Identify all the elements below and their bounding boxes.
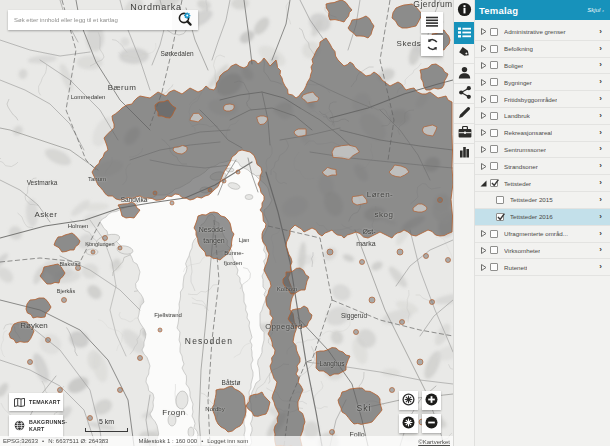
checkbox-unchecked[interactable] bbox=[490, 95, 498, 103]
chevron-right-icon[interactable]: › bbox=[599, 196, 602, 204]
expand-triangle-icon[interactable] bbox=[480, 230, 487, 237]
layer-row-tettsteder-2015[interactable]: Tettsteder 2015› bbox=[475, 192, 610, 209]
layer-label: Ufragmenterte områd... bbox=[504, 230, 568, 237]
layer-row-tettsteder[interactable]: Tettsteder› bbox=[475, 175, 610, 192]
temakart-button[interactable]: TEMAKART bbox=[9, 393, 63, 411]
checkbox-unchecked[interactable] bbox=[490, 61, 498, 69]
chevron-right-icon[interactable]: › bbox=[599, 28, 602, 36]
layer-label: Tettsteder bbox=[504, 180, 531, 187]
panel-hide-button[interactable]: Skjul › bbox=[587, 7, 604, 13]
layer-row-tettsteder-2016[interactable]: Tettsteder 2016› bbox=[475, 209, 610, 226]
layer-row-virksomheter[interactable]: Virksomheter› bbox=[475, 243, 610, 260]
menu-icon bbox=[426, 15, 438, 30]
zoom-in-button[interactable] bbox=[422, 391, 441, 410]
briefcase-icon bbox=[458, 126, 472, 141]
layer-row-ufragmenterte-omr-d[interactable]: Ufragmenterte områd...› bbox=[475, 226, 610, 243]
expand-triangle-icon[interactable] bbox=[480, 79, 487, 86]
checkbox-unchecked[interactable] bbox=[490, 78, 498, 86]
chevron-right-icon[interactable]: › bbox=[599, 45, 602, 53]
plus-circle-icon bbox=[425, 393, 438, 409]
checkbox-unchecked[interactable] bbox=[490, 112, 498, 120]
expand-triangle-icon[interactable] bbox=[480, 163, 487, 170]
checkbox-unchecked[interactable] bbox=[496, 196, 504, 204]
layer-label: Rekreasjonsareal bbox=[504, 129, 552, 136]
toolbar-share-button[interactable] bbox=[454, 84, 475, 104]
map-refresh-button[interactable] bbox=[421, 35, 443, 56]
chevron-right-icon[interactable]: › bbox=[599, 246, 602, 254]
chart-icon bbox=[459, 146, 470, 161]
expand-triangle-icon[interactable] bbox=[480, 129, 487, 136]
app-window: NordmarkaGjerdrumSkedsmoSørkedalenBærumL… bbox=[0, 0, 610, 446]
checkbox-checked[interactable] bbox=[496, 213, 504, 221]
checkbox-unchecked[interactable] bbox=[490, 230, 498, 238]
toolbar-pencil-button[interactable] bbox=[454, 104, 475, 124]
expand-triangle-icon[interactable] bbox=[480, 264, 487, 271]
statusbar-separator: • bbox=[42, 438, 44, 444]
toolbar-info-button[interactable] bbox=[454, 0, 475, 22]
chevron-right-icon[interactable]: › bbox=[599, 112, 602, 120]
locate-button[interactable] bbox=[399, 414, 418, 433]
checkbox-checked[interactable] bbox=[490, 179, 498, 187]
checkbox-unchecked[interactable] bbox=[490, 162, 498, 170]
chevron-right-icon[interactable]: › bbox=[599, 263, 602, 271]
chevron-right-icon[interactable]: › bbox=[599, 230, 602, 238]
full-extent-button[interactable] bbox=[399, 391, 418, 410]
layer-row-rekreasjonsareal[interactable]: Rekreasjonsareal› bbox=[475, 125, 610, 142]
layer-row-boliger[interactable]: Boliger› bbox=[475, 58, 610, 75]
layer-row-sentrumssoner[interactable]: Sentrumssoner› bbox=[475, 142, 610, 159]
search-input[interactable] bbox=[8, 10, 172, 30]
layer-list: Administrative grenser›Befolkning›Bolige… bbox=[475, 24, 610, 276]
statusbar-separator2: • bbox=[201, 438, 203, 444]
layer-label: Befolkning bbox=[504, 45, 533, 52]
checkbox-unchecked[interactable] bbox=[490, 246, 498, 254]
asterisk-circle-icon bbox=[402, 393, 415, 409]
layer-row-befolkning[interactable]: Befolkning› bbox=[475, 41, 610, 58]
layer-label: Sentrumssoner bbox=[504, 146, 546, 153]
chevron-right-icon[interactable]: › bbox=[599, 129, 602, 137]
toolbar-layers-button[interactable] bbox=[454, 22, 475, 44]
toolbar-chart-button[interactable] bbox=[454, 144, 475, 164]
collapse-triangle-icon[interactable] bbox=[480, 180, 487, 187]
tag-icon bbox=[458, 46, 472, 62]
expand-triangle-icon[interactable] bbox=[480, 96, 487, 103]
checkbox-unchecked[interactable] bbox=[490, 28, 498, 36]
temakart-label: TEMAKART bbox=[29, 399, 60, 406]
expand-triangle-icon[interactable] bbox=[480, 247, 487, 254]
map-attribution-link[interactable]: ©Kartverket bbox=[418, 439, 450, 445]
checkbox-unchecked[interactable] bbox=[490, 145, 498, 153]
chevron-right-icon[interactable]: › bbox=[599, 78, 602, 86]
layer-label: Fritidsbyggområder bbox=[504, 96, 557, 103]
map[interactable]: NordmarkaGjerdrumSkedsmoSørkedalenBærumL… bbox=[0, 0, 453, 446]
layer-row-fritidsbyggomr-der[interactable]: Fritidsbyggområder› bbox=[475, 91, 610, 108]
expand-triangle-icon[interactable] bbox=[480, 45, 487, 52]
expand-triangle-icon[interactable] bbox=[480, 146, 487, 153]
map-menu-button[interactable] bbox=[421, 12, 443, 33]
map-canvas bbox=[0, 0, 453, 446]
layer-row-bygninger[interactable]: Bygninger› bbox=[475, 74, 610, 91]
layer-row-administrative-grenser[interactable]: Administrative grenser› bbox=[475, 24, 610, 41]
expand-triangle-icon[interactable] bbox=[480, 112, 487, 119]
toolbar-briefcase-button[interactable] bbox=[454, 124, 475, 144]
search-button[interactable] bbox=[172, 10, 198, 30]
chevron-right-icon[interactable]: › bbox=[599, 145, 602, 153]
toolbar-user-button[interactable] bbox=[454, 64, 475, 84]
zoom-out-button[interactable] bbox=[422, 414, 441, 433]
bakgrunnskart-button[interactable]: BAKGRUNNS-KART bbox=[9, 415, 63, 437]
layer-row-rutenett[interactable]: Rutenett› bbox=[475, 259, 610, 276]
chevron-right-icon[interactable]: › bbox=[599, 61, 602, 69]
toolbar-tag-button[interactable] bbox=[454, 44, 475, 64]
chevron-right-icon[interactable]: › bbox=[599, 213, 602, 221]
expand-triangle-icon[interactable] bbox=[480, 28, 487, 35]
checkbox-unchecked[interactable] bbox=[490, 129, 498, 137]
checkbox-unchecked[interactable] bbox=[490, 263, 498, 271]
layer-row-strandsoner[interactable]: Strandsoner› bbox=[475, 158, 610, 175]
chevron-right-icon[interactable]: › bbox=[599, 162, 602, 170]
statusbar-coordinates: N: 6637511 Ø: 264383 bbox=[48, 438, 108, 444]
chevron-right-icon[interactable]: › bbox=[599, 95, 602, 103]
checkbox-unchecked[interactable] bbox=[490, 45, 498, 53]
layer-row-landbruk[interactable]: Landbruk› bbox=[475, 108, 610, 125]
chevron-right-icon[interactable]: › bbox=[599, 179, 602, 187]
layer-label: Administrative grenser bbox=[504, 28, 566, 35]
share-icon bbox=[459, 86, 471, 102]
expand-triangle-icon[interactable] bbox=[480, 62, 487, 69]
